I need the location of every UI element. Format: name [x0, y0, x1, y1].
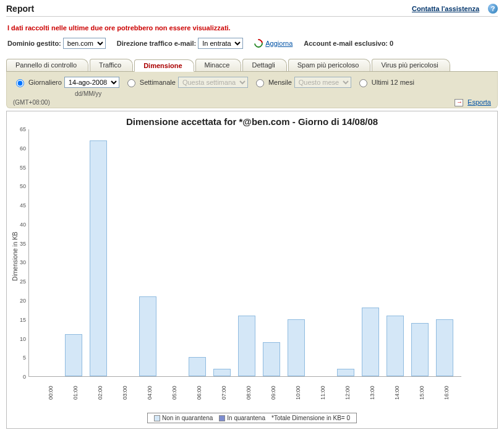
legend-swatch-not-quarantined: [154, 415, 160, 421]
weekly-select[interactable]: Questa settimana: [178, 77, 248, 88]
tab-dimensione[interactable]: Dimensione: [134, 59, 194, 72]
bar-slot: [65, 334, 82, 376]
bar-slot: [139, 296, 156, 376]
x-tick: 07:00: [221, 386, 238, 405]
bar: [436, 319, 453, 376]
x-tick: 05:00: [171, 386, 189, 405]
y-tick: 15: [20, 317, 26, 323]
bar: [65, 334, 82, 376]
direction-label: Direzione traffico e-mail:: [117, 40, 196, 47]
bar: [238, 316, 255, 376]
y-tick: 45: [20, 202, 26, 209]
bar: [189, 357, 206, 376]
bar-slot: [436, 319, 453, 376]
chart-legend: Non in quarantena In quarantena *Totale …: [147, 413, 357, 423]
weekly-label: Settimanale: [140, 79, 176, 86]
daily-date-select[interactable]: 14-ago-2008: [64, 77, 119, 88]
bar: [387, 316, 404, 376]
bar-slot: [263, 342, 280, 376]
tab-dettagli[interactable]: Dettagli: [242, 59, 286, 71]
x-tick: 04:00: [147, 386, 164, 405]
x-tick: 09:00: [270, 386, 288, 405]
y-tick: 20: [20, 298, 26, 304]
x-tick: 14:00: [394, 386, 411, 405]
chart-title: Dimensione accettata for *@ben.com - Gio…: [11, 116, 493, 127]
y-tick: 55: [20, 165, 26, 171]
x-tick: 10:00: [295, 386, 312, 405]
direction-select[interactable]: In entrata: [198, 38, 243, 49]
y-tick: 0: [23, 374, 26, 380]
monthly-select[interactable]: Questo mese: [294, 77, 351, 88]
bar-slot: [238, 316, 255, 376]
bar-slot: [189, 357, 206, 376]
legend-total-note: *Totale Dimensione in KB= 0: [271, 415, 350, 421]
bar: [139, 296, 156, 376]
page-title: Report: [6, 4, 34, 14]
x-tick: 11:00: [320, 386, 337, 405]
warning-message: I dati raccolti nelle ultime due ore pot…: [6, 22, 498, 38]
y-tick: 40: [20, 222, 26, 228]
bar: [90, 140, 107, 377]
daily-label: Giornaliero: [28, 79, 62, 86]
x-tick: 16:00: [443, 386, 461, 405]
bar: [337, 369, 354, 376]
yearly-radio[interactable]: [359, 79, 367, 87]
bar: [263, 342, 280, 376]
tab-pannello-di-controllo[interactable]: Pannello di controllo: [6, 59, 88, 71]
tab-virus-pi-pericolosi[interactable]: Virus più pericolosi: [372, 59, 450, 71]
chart-plot-area: [28, 129, 461, 377]
bar-slot: [90, 140, 107, 377]
x-tick: 02:00: [97, 386, 114, 405]
daily-radio[interactable]: [16, 79, 24, 87]
x-tick: 03:00: [122, 386, 139, 405]
domain-label: Dominio gestito:: [7, 40, 61, 47]
y-tick: 30: [20, 259, 26, 265]
bar-slot: [387, 316, 404, 376]
export-icon: [455, 99, 463, 106]
legend-swatch-quarantined: [219, 415, 225, 421]
x-tick: 13:00: [369, 386, 387, 405]
bar-slot: [337, 369, 354, 376]
help-icon[interactable]: ?: [488, 4, 498, 14]
y-tick: 65: [20, 126, 26, 132]
x-tick: 08:00: [246, 386, 263, 405]
bar: [362, 308, 379, 376]
domain-select[interactable]: ben.com: [63, 38, 106, 49]
x-tick: 12:00: [344, 386, 362, 405]
bar: [213, 369, 231, 376]
bar: [411, 323, 429, 376]
y-tick: 25: [20, 278, 26, 285]
y-tick: 50: [20, 183, 26, 189]
exclusive-account-label: Account e-mail esclusivo: 0: [304, 40, 393, 47]
date-format-hint: dd/MM/yy: [75, 88, 491, 97]
bar-slot: [362, 308, 379, 376]
tab-minacce[interactable]: Minacce: [195, 59, 242, 71]
tab-spam-pi-pericoloso[interactable]: Spam più pericoloso: [288, 59, 371, 71]
refresh-link[interactable]: Aggiorna: [265, 40, 293, 47]
monthly-label: Mensile: [268, 79, 292, 86]
bar-slot: [213, 369, 231, 376]
legend-label-quarantined: In quarantena: [227, 415, 265, 421]
monthly-radio[interactable]: [256, 79, 264, 87]
yearly-label: Ultimi 12 mesi: [372, 79, 414, 86]
y-tick: 60: [20, 145, 26, 152]
tab-traffico[interactable]: Traffico: [90, 59, 133, 71]
bar-slot: [288, 319, 305, 376]
x-tick: 01:00: [72, 386, 90, 405]
weekly-radio[interactable]: [127, 79, 135, 87]
bar-slot: [411, 323, 429, 376]
y-tick: 10: [20, 336, 26, 342]
y-tick: 5: [23, 355, 26, 361]
x-tick: 15:00: [419, 386, 436, 405]
bar: [288, 319, 305, 376]
export-link[interactable]: Esporta: [468, 98, 491, 106]
y-tick: 35: [20, 241, 26, 247]
legend-label-not-quarantined: Non in quarantena: [162, 415, 213, 421]
y-axis-label: Dimensione in KB: [11, 129, 20, 383]
refresh-icon: [252, 37, 265, 50]
timezone-label: (GMT+08:00): [13, 99, 50, 106]
x-tick: 00:00: [48, 386, 65, 405]
x-tick: 06:00: [196, 386, 213, 405]
support-link[interactable]: Contatta l'assistenza: [412, 5, 479, 12]
